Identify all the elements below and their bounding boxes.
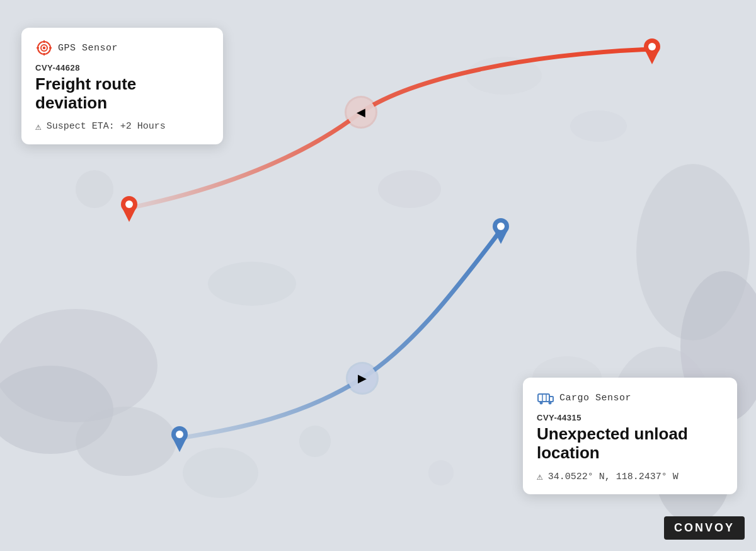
red-pin-top-right <box>637 33 667 69</box>
blue-arrow-marker: ▶ <box>348 364 377 393</box>
gps-sensor-icon <box>35 39 53 57</box>
sensor-type-row: GPS Sensor <box>35 39 209 57</box>
cargo-sensor-card: Cargo Sensor CVY-44315 Unexpected unload… <box>523 378 737 494</box>
cargo-card-title: Unexpected unload location <box>537 425 723 463</box>
gps-card-title: Freight route deviation <box>35 75 209 113</box>
gps-alert-icon: ⚠️ <box>35 120 42 133</box>
svg-point-39 <box>549 402 552 405</box>
svg-point-27 <box>176 431 183 438</box>
svg-marker-28 <box>173 439 186 452</box>
cargo-alert-icon: ⚠️ <box>537 470 543 483</box>
svg-point-18 <box>648 43 656 50</box>
svg-point-24 <box>497 223 505 230</box>
svg-marker-22 <box>123 209 135 222</box>
svg-marker-25 <box>495 231 507 244</box>
svg-point-31 <box>43 47 45 49</box>
gps-alert-text: Suspect ETA: +2 Hours <box>47 121 166 132</box>
svg-rect-36 <box>538 394 549 402</box>
gps-card-id: CVY-44628 <box>35 63 209 72</box>
cargo-card-id: CVY-44315 <box>537 413 723 422</box>
blue-pin-mid-right <box>486 212 516 249</box>
convoy-logo: CONVOY <box>664 516 745 540</box>
svg-point-38 <box>540 402 543 405</box>
cargo-sensor-type-row: Cargo Sensor <box>537 389 723 407</box>
svg-point-21 <box>125 200 133 208</box>
gps-sensor-label: GPS Sensor <box>58 43 118 54</box>
cargo-card-alert: ⚠️ 34.0522° N, 118.2437° W <box>537 470 723 483</box>
cargo-sensor-label: Cargo Sensor <box>559 393 631 403</box>
gps-sensor-card: GPS Sensor CVY-44628 Freight route devia… <box>21 28 223 144</box>
blue-pin-bottom-left <box>164 420 195 457</box>
svg-marker-19 <box>646 52 658 64</box>
gps-card-alert: ⚠️ Suspect ETA: +2 Hours <box>35 120 209 133</box>
red-arrow-marker: ◀ <box>346 98 375 127</box>
red-pin-left <box>114 190 144 227</box>
svg-rect-37 <box>549 397 553 402</box>
cargo-alert-text: 34.0522° N, 118.2437° W <box>548 472 679 482</box>
cargo-sensor-icon <box>537 389 554 407</box>
